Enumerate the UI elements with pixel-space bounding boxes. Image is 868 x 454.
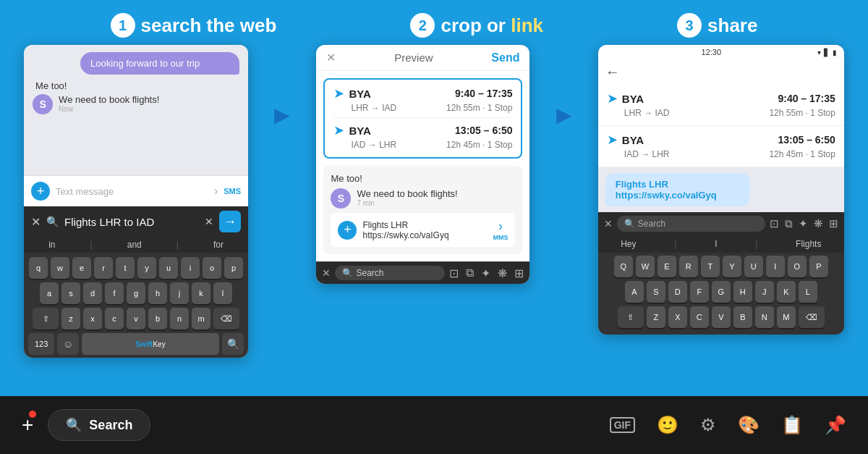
key-o[interactable]: o (203, 257, 221, 279)
kb3-key-S[interactable]: S (647, 281, 665, 303)
kb3-key-shift[interactable]: ⇧ (618, 306, 644, 328)
key-i[interactable]: i (181, 257, 200, 279)
preview-close-icon[interactable]: ✕ (326, 51, 336, 64)
kb3-key-H[interactable]: H (733, 281, 752, 303)
key-e[interactable]: e (72, 257, 91, 279)
kb3-key-I[interactable]: I (766, 256, 785, 277)
key-p[interactable]: p (224, 257, 243, 279)
key-x[interactable]: x (83, 308, 102, 329)
kb3-key-W[interactable]: W (636, 256, 655, 277)
kb3-key-D[interactable]: D (668, 281, 687, 303)
kb3-icon-4[interactable]: ❋ (814, 217, 823, 230)
kb3-key-Y[interactable]: Y (723, 256, 741, 277)
key-shift[interactable]: ⇧ (33, 308, 59, 329)
kb2-icon-1[interactable]: ⊡ (449, 266, 459, 280)
key-d[interactable]: d (83, 282, 102, 304)
kb3-key-X[interactable]: X (668, 306, 687, 328)
kb3-icon-1[interactable]: ⊡ (770, 217, 779, 230)
kb2-search-input[interactable]: 🔍 Search (335, 266, 445, 280)
kb2-icon-2[interactable]: ⧉ (466, 266, 474, 280)
toolbar-gif-button[interactable]: GIF (610, 417, 635, 433)
kb3-key-U[interactable]: U (744, 256, 763, 277)
kb-clear-icon[interactable]: ✕ (205, 216, 213, 227)
key-m[interactable]: m (192, 308, 210, 329)
key-backspace[interactable]: ⌫ (213, 308, 239, 329)
key-num[interactable]: 123 (28, 333, 54, 355)
kb-sug-in[interactable]: in (48, 240, 55, 250)
kb2-icon-5[interactable]: ⊞ (514, 266, 524, 280)
send-arrow-1[interactable]: › (214, 185, 218, 198)
kb3-icon-2[interactable]: ⧉ (785, 217, 793, 230)
toolbar-clipboard-button[interactable]: 📋 (781, 415, 803, 435)
kb3-key-E[interactable]: E (658, 256, 676, 277)
kb3-key-K[interactable]: K (777, 281, 796, 303)
key-l[interactable]: l (213, 282, 232, 304)
key-j[interactable]: j (170, 282, 189, 304)
kb3-key-P[interactable]: P (809, 256, 828, 277)
mms-button[interactable]: › MMS (493, 219, 508, 241)
kb2-close-icon[interactable]: ✕ (322, 267, 331, 279)
kb3-search-box[interactable]: 🔍 Search (617, 216, 765, 232)
kb-go-button[interactable]: → (219, 211, 241, 232)
kb3-key-G[interactable]: G (712, 281, 731, 303)
kb3-sug-flights[interactable]: Flights (796, 239, 821, 249)
key-t[interactable]: t (116, 257, 135, 279)
toolbar-plus-button[interactable]: + (22, 413, 33, 437)
kb3-icon-3[interactable]: ✦ (799, 217, 808, 230)
preview-send-button[interactable]: Send (491, 51, 519, 64)
toolbar-settings-button[interactable]: ⚙ (700, 415, 716, 435)
key-n[interactable]: n (170, 308, 189, 329)
key-c[interactable]: c (105, 308, 124, 329)
kb3-key-N[interactable]: N (755, 306, 774, 328)
kb3-key-Z[interactable]: Z (647, 306, 665, 328)
kb2-icon-4[interactable]: ❋ (498, 266, 507, 280)
kb3-key-backspace[interactable]: ⌫ (799, 306, 825, 328)
kb3-key-J[interactable]: J (755, 281, 774, 303)
back-arrow-icon[interactable]: ← (605, 64, 620, 80)
key-v[interactable]: v (127, 308, 145, 329)
kb-sug-for[interactable]: for (213, 240, 224, 250)
toolbar-search-button[interactable]: 🔍 Search (48, 409, 150, 441)
kb3-key-F[interactable]: F (690, 281, 709, 303)
key-space[interactable]: SwiftKey (82, 333, 219, 355)
key-s[interactable]: s (61, 282, 80, 304)
kb3-key-C[interactable]: C (690, 306, 709, 328)
keyboard-area-1: q w e r t y u i o p a s d f g h j k l (24, 253, 248, 358)
key-k[interactable]: k (192, 282, 210, 304)
toolbar-theme-button[interactable]: 🎨 (738, 415, 760, 435)
plus-button-2[interactable]: + (338, 221, 357, 240)
key-z[interactable]: z (61, 308, 80, 329)
key-y[interactable]: y (137, 257, 156, 279)
kb-close-icon[interactable]: ✕ (31, 215, 41, 229)
key-search[interactable]: 🔍 (222, 333, 244, 355)
kb3-key-M[interactable]: M (777, 306, 796, 328)
kb3-key-Q[interactable]: Q (614, 256, 633, 277)
kb3-icon-5[interactable]: ⊞ (829, 217, 838, 230)
kb3-key-V[interactable]: V (712, 306, 731, 328)
kb2-icon-3[interactable]: ✦ (481, 266, 490, 280)
toolbar-sticker-button[interactable]: 🙂 (657, 415, 678, 435)
kb3-key-T[interactable]: T (701, 256, 720, 277)
kb3-sug-hey[interactable]: Hey (621, 239, 636, 249)
kb3-key-L[interactable]: L (799, 281, 817, 303)
key-h[interactable]: h (148, 282, 167, 304)
kb3-key-B[interactable]: B (733, 306, 752, 328)
kb3-close-icon[interactable]: ✕ (604, 218, 613, 230)
plus-button-1[interactable]: + (31, 182, 50, 201)
key-u[interactable]: u (159, 257, 178, 279)
key-r[interactable]: r (94, 257, 113, 279)
key-a[interactable]: a (40, 282, 59, 304)
key-b[interactable]: b (148, 308, 167, 329)
kb3-sug-i[interactable]: I (715, 239, 717, 249)
key-g[interactable]: g (127, 282, 145, 304)
kb3-key-R[interactable]: R (679, 256, 698, 277)
key-w[interactable]: w (51, 257, 69, 279)
key-emoji[interactable]: ☺ (57, 333, 79, 355)
key-f[interactable]: f (105, 282, 124, 304)
kb3-key-A[interactable]: A (625, 281, 644, 303)
panel-1: Looking forward to our trip Me too! S We… (24, 45, 248, 358)
key-q[interactable]: q (29, 257, 48, 279)
kb-sug-and[interactable]: and (127, 240, 142, 250)
kb3-key-O[interactable]: O (788, 256, 807, 277)
toolbar-pin-button[interactable]: 📌 (825, 415, 846, 435)
